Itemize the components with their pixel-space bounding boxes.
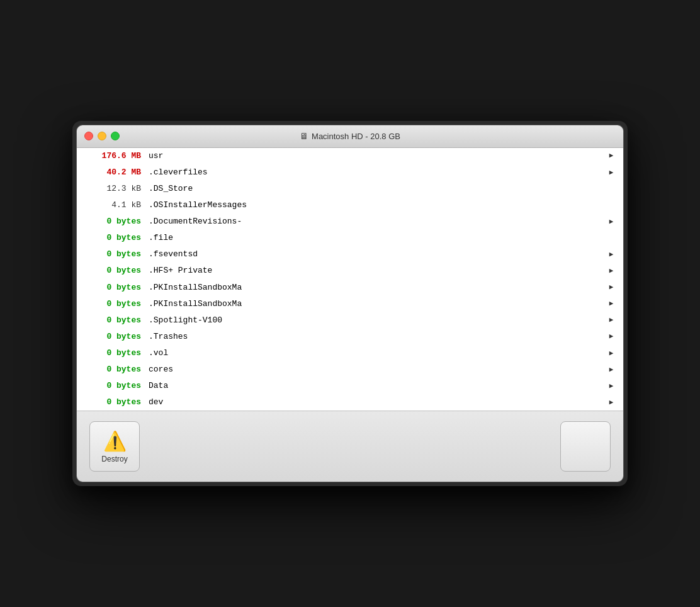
- main-window: 🖥 Macintosh HD - 20.8 GB 176.6 MBusr▶40.…: [76, 125, 624, 483]
- file-name: .Trashes: [149, 330, 607, 344]
- list-item[interactable]: 0 bytes.vol▶: [77, 345, 623, 361]
- file-size: 40.2 MB: [84, 166, 141, 179]
- file-size: 0 bytes: [84, 264, 141, 278]
- arrow-icon: ▶: [607, 397, 616, 409]
- file-size: 4.1 kB: [84, 198, 141, 212]
- arrow-icon: ▶: [607, 265, 616, 277]
- file-size: 12.3 kB: [84, 182, 141, 196]
- file-name: .cleverfiles: [149, 166, 607, 179]
- arrow-icon: ▶: [607, 167, 616, 179]
- file-size: 0 bytes: [84, 363, 141, 377]
- close-button[interactable]: [84, 132, 93, 140]
- destroy-button[interactable]: ⚠️ Destroy: [89, 421, 140, 472]
- file-size: 0 bytes: [84, 281, 141, 295]
- list-item[interactable]: 0 bytes.file: [77, 230, 623, 246]
- file-name: cores: [149, 363, 607, 377]
- arrow-icon: ▶: [607, 249, 616, 261]
- arrow-icon: ▶: [607, 380, 616, 392]
- file-name: Data: [149, 379, 607, 393]
- file-list: 176.6 MBusr▶40.2 MB.cleverfiles▶12.3 kB.…: [77, 148, 623, 411]
- list-item[interactable]: 0 bytesData▶: [77, 378, 623, 394]
- file-name: .OSInstallerMessages: [149, 198, 607, 212]
- action-button[interactable]: [560, 421, 611, 472]
- list-item[interactable]: 0 bytes.PKInstallSandboxMa▶: [77, 296, 623, 312]
- title-text: Macintosh HD - 20.8 GB: [312, 132, 400, 141]
- list-item[interactable]: 0 bytes.Spotlight-V100▶: [77, 312, 623, 329]
- warning-icon: ⚠️: [103, 430, 127, 452]
- file-name: usr: [149, 149, 607, 163]
- list-item[interactable]: 0 bytesdev▶: [77, 394, 623, 411]
- file-size: 0 bytes: [84, 395, 141, 409]
- list-item[interactable]: 4.1 kB.OSInstallerMessages: [77, 197, 623, 213]
- list-item[interactable]: 12.3 kB.DS_Store: [77, 181, 623, 197]
- file-size: 0 bytes: [84, 346, 141, 360]
- file-name: .HFS+ Private: [149, 264, 607, 278]
- list-item[interactable]: 0 bytes.Trashes▶: [77, 329, 623, 345]
- file-size: 176.6 MB: [84, 149, 141, 163]
- titlebar: 🖥 Macintosh HD - 20.8 GB: [77, 125, 623, 148]
- list-item[interactable]: 0 bytes.PKInstallSandboxMa▶: [77, 280, 623, 296]
- file-name: .DS_Store: [149, 182, 607, 196]
- minimize-button[interactable]: [98, 132, 106, 140]
- file-size: 0 bytes: [84, 379, 141, 393]
- list-item[interactable]: 0 bytescores▶: [77, 361, 623, 378]
- arrow-icon: ▶: [607, 216, 616, 228]
- disk-icon: 🖥: [300, 131, 308, 141]
- bottom-panel: ⚠️ Destroy: [77, 411, 623, 482]
- arrow-icon: ▶: [607, 314, 616, 326]
- file-size: 0 bytes: [84, 314, 141, 327]
- arrow-icon: ▶: [607, 150, 616, 162]
- list-item[interactable]: 176.6 MBusr▶: [77, 148, 623, 164]
- list-item[interactable]: 0 bytes.fseventsd▶: [77, 246, 623, 263]
- file-name: .vol: [149, 346, 607, 360]
- arrow-icon: ▶: [607, 364, 616, 376]
- arrow-icon: ▶: [607, 331, 616, 343]
- file-size: 0 bytes: [84, 330, 141, 344]
- arrow-icon: ▶: [607, 298, 616, 310]
- window-title: 🖥 Macintosh HD - 20.8 GB: [300, 131, 400, 141]
- list-item[interactable]: 40.2 MB.cleverfiles▶: [77, 164, 623, 181]
- file-name: .file: [149, 231, 607, 245]
- list-item[interactable]: 0 bytes.HFS+ Private▶: [77, 263, 623, 279]
- arrow-icon: ▶: [607, 281, 616, 293]
- file-name: dev: [149, 395, 607, 409]
- file-size: 0 bytes: [84, 231, 141, 245]
- file-name: .PKInstallSandboxMa: [149, 281, 607, 295]
- maximize-button[interactable]: [111, 132, 120, 140]
- arrow-icon: ▶: [607, 348, 616, 360]
- file-name: .DocumentRevisions-: [149, 215, 607, 229]
- file-name: .PKInstallSandboxMa: [149, 297, 607, 311]
- file-size: 0 bytes: [84, 297, 141, 311]
- traffic-lights: [84, 132, 120, 140]
- file-name: .Spotlight-V100: [149, 314, 607, 327]
- destroy-label: Destroy: [101, 455, 127, 463]
- list-item[interactable]: 0 bytes.DocumentRevisions-▶: [77, 213, 623, 230]
- file-size: 0 bytes: [84, 247, 141, 261]
- file-size: 0 bytes: [84, 215, 141, 229]
- file-name: .fseventsd: [149, 247, 607, 261]
